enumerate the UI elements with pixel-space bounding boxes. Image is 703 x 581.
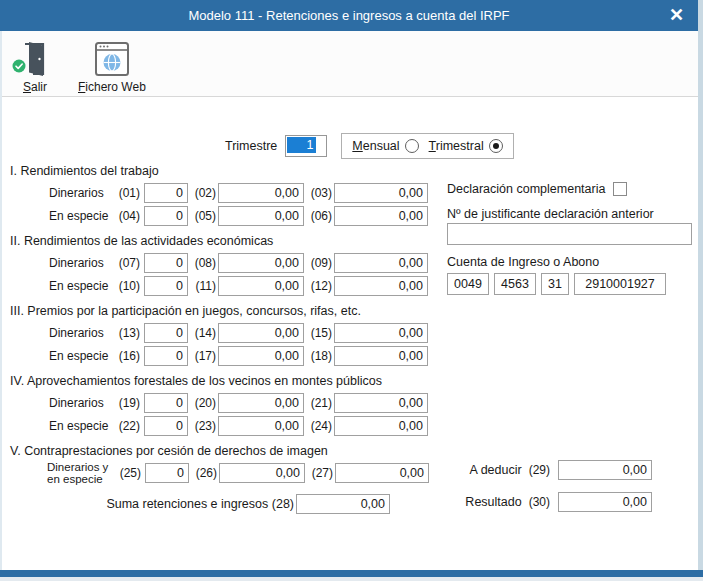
justificante-input[interactable] — [447, 223, 692, 245]
window-title: Modelo 111 - Retenciones e ingresos a cu… — [188, 8, 509, 23]
field-code: (03) — [304, 186, 332, 200]
box-17-field[interactable]: 0,00 — [218, 346, 304, 366]
salir-button[interactable]: Salir — [20, 36, 50, 94]
window-right-border — [698, 0, 703, 581]
trimestre-input[interactable]: 1 — [285, 135, 327, 157]
field-code: (20) — [188, 396, 216, 410]
complementaria-row: Declaración complementaria — [447, 180, 697, 198]
field-code: (02) — [188, 186, 216, 200]
trimestral-radio-circle[interactable] — [489, 139, 503, 153]
box-12-field[interactable]: 0,00 — [334, 276, 428, 296]
box-18-field[interactable]: 0,00 — [334, 346, 428, 366]
row-label: Dinerarios — [49, 396, 114, 410]
box-15-field[interactable]: 0,00 — [334, 323, 428, 343]
cuenta-sucursal-field[interactable]: 4563 — [494, 273, 536, 295]
field-code: (21) — [304, 396, 332, 410]
form-body: Trimestre 1 Mensual Trimestral I. Rendim… — [2, 98, 698, 570]
box-06-field[interactable]: 0,00 — [334, 206, 428, 226]
field-code: (15) — [304, 326, 332, 340]
field-code: (19) — [114, 396, 140, 410]
form-row: En especie (22) 0 (23) 0,00 (24) 0,00 — [2, 416, 698, 436]
box-08-field[interactable]: 0,00 — [218, 253, 304, 273]
field-code: (29) — [529, 463, 550, 477]
complementaria-checkbox[interactable] — [613, 182, 627, 196]
resultado-label: Resultado — [465, 495, 521, 509]
box-30-field[interactable]: 0,00 — [558, 492, 652, 512]
box-02-field[interactable]: 0,00 — [218, 183, 304, 203]
salir-label: Salir — [23, 80, 47, 94]
window-bottom-shadow — [0, 577, 703, 581]
box-14-field[interactable]: 0,00 — [218, 323, 304, 343]
titlebar: Modelo 111 - Retenciones e ingresos a cu… — [0, 0, 698, 31]
close-icon[interactable]: ✕ — [669, 3, 684, 27]
field-code: (10) — [114, 279, 140, 293]
suma-label: Suma retenciones e ingresos (28) — [2, 497, 294, 511]
cuenta-banco-field[interactable]: 0049 — [447, 273, 489, 295]
fichero-web-button[interactable]: Fichero Web — [78, 36, 146, 94]
box-04-field[interactable]: 0 — [144, 206, 188, 226]
box-11-field[interactable]: 0,00 — [218, 276, 304, 296]
period-row: Trimestre 1 Mensual Trimestral — [225, 134, 698, 158]
trimestre-value: 1 — [287, 137, 316, 153]
mensual-label: Mensual — [352, 139, 399, 153]
mensual-radio[interactable]: Mensual — [352, 139, 418, 153]
box-26-field[interactable]: 0,00 — [219, 463, 305, 483]
section-title: III. Premios por la participación en jue… — [10, 302, 698, 320]
box-27-field[interactable]: 0,00 — [335, 463, 429, 483]
window-left-border — [0, 31, 2, 570]
box-10-field[interactable]: 0 — [144, 276, 188, 296]
field-code: (25) — [115, 466, 141, 480]
modelo-111-window: Modelo 111 - Retenciones e ingresos a cu… — [0, 0, 703, 581]
box-22-field[interactable]: 0 — [144, 416, 188, 436]
box-28-field[interactable]: 0,00 — [296, 494, 390, 514]
cuenta-numero-field[interactable]: 2910001927 — [574, 273, 666, 295]
box-21-field[interactable]: 0,00 — [334, 393, 428, 413]
row-label: En especie — [49, 349, 114, 363]
trimestral-label: Trimestral — [429, 139, 484, 153]
row-label: En especie — [49, 419, 114, 433]
box-09-field[interactable]: 0,00 — [334, 253, 428, 273]
field-code: (08) — [188, 256, 216, 270]
box-29-field[interactable]: 0,00 — [558, 460, 652, 480]
check-badge-icon — [12, 59, 26, 77]
trimestral-radio[interactable]: Trimestral — [429, 139, 503, 153]
fichero-web-label: Fichero Web — [78, 80, 146, 94]
box-03-field[interactable]: 0,00 — [334, 183, 428, 203]
period-type-groupbox: Mensual Trimestral — [341, 133, 513, 159]
field-code: (26) — [189, 466, 217, 480]
row-label: Dinerarios — [49, 186, 114, 200]
box-25-field[interactable]: 0 — [145, 463, 189, 483]
box-07-field[interactable]: 0 — [144, 253, 188, 273]
field-code: (17) — [188, 349, 216, 363]
right-panel: Declaración complementaria Nº de justifi… — [447, 180, 697, 295]
row-label: Dinerarios — [49, 326, 114, 340]
section-premios: III. Premios por la participación en jue… — [2, 302, 698, 366]
form-row: Dinerarios (19) 0 (20) 0,00 (21) 0,00 — [2, 393, 698, 413]
justificante-label: Nº de justificante declaración anterior — [447, 205, 697, 223]
field-code: (01) — [114, 186, 140, 200]
box-16-field[interactable]: 0 — [144, 346, 188, 366]
row-label: En especie — [49, 279, 114, 293]
mensual-radio-circle[interactable] — [405, 139, 419, 153]
box-13-field[interactable]: 0 — [144, 323, 188, 343]
complementaria-label: Declaración complementaria — [447, 182, 605, 196]
field-code: (04) — [114, 209, 140, 223]
row-label: En especie — [49, 209, 114, 223]
cuenta-label: Cuenta de Ingreso o Abono — [447, 253, 697, 271]
trimestre-label: Trimestre — [225, 139, 277, 153]
field-code: (06) — [304, 209, 332, 223]
field-code: (07) — [114, 256, 140, 270]
a-deducir-row: A deducir (29) 0,00 — [447, 459, 652, 481]
box-05-field[interactable]: 0,00 — [218, 206, 304, 226]
field-code: (11) — [188, 279, 216, 293]
field-code: (14) — [188, 326, 216, 340]
box-01-field[interactable]: 0 — [144, 183, 188, 203]
box-23-field[interactable]: 0,00 — [218, 416, 304, 436]
box-19-field[interactable]: 0 — [144, 393, 188, 413]
a-deducir-label: A deducir — [470, 463, 522, 477]
exit-door-icon — [20, 36, 50, 78]
box-20-field[interactable]: 0,00 — [218, 393, 304, 413]
cuenta-dc-field[interactable]: 31 — [541, 273, 569, 295]
box-24-field[interactable]: 0,00 — [334, 416, 428, 436]
field-code: (13) — [114, 326, 140, 340]
